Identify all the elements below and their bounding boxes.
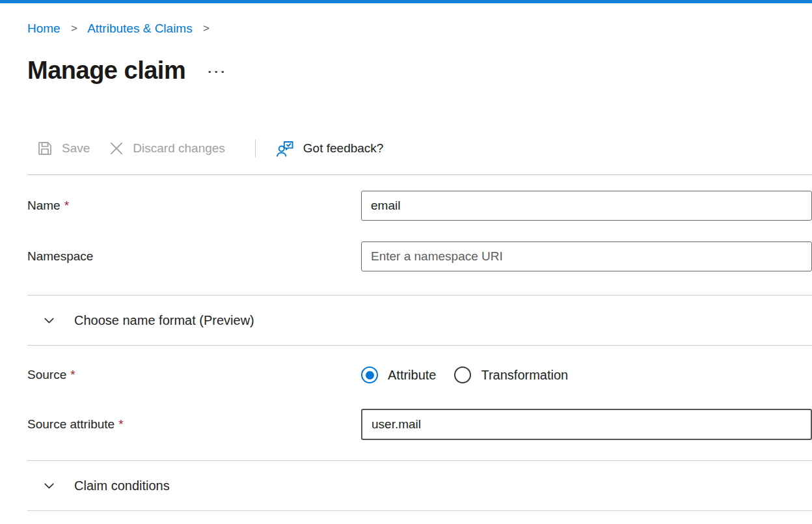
claim-conditions-label: Claim conditions: [74, 478, 170, 493]
namespace-input[interactable]: [361, 241, 812, 271]
source-radio-group: Attribute Transformation: [361, 366, 568, 383]
got-feedback-button[interactable]: Got feedback?: [275, 139, 384, 159]
discard-changes-label: Discard changes: [133, 141, 225, 156]
breadcrumb-link-attributes-claims[interactable]: Attributes & Claims: [87, 21, 193, 35]
breadcrumb-separator: >: [71, 22, 77, 34]
radio-option-attribute[interactable]: Attribute: [361, 366, 436, 383]
source-attribute-field-row: Source attribute*: [27, 409, 812, 440]
radio-button-transformation[interactable]: [454, 366, 471, 383]
required-marker: *: [70, 368, 75, 381]
section-divider: [27, 345, 812, 346]
namespace-label-text: Namespace: [27, 249, 93, 263]
source-attribute-label-text: Source attribute: [27, 417, 115, 431]
name-label-text: Name: [27, 199, 61, 212]
save-button[interactable]: Save: [36, 139, 90, 158]
chevron-down-icon: [42, 314, 56, 327]
breadcrumb: Home > Attributes & Claims >: [27, 20, 812, 38]
source-label: Source*: [27, 368, 361, 382]
source-attribute-input[interactable]: [361, 409, 812, 440]
discard-changes-button[interactable]: Discard changes: [108, 140, 225, 157]
source-field-row: Source* Attribute Transformation: [27, 365, 812, 385]
chevron-down-icon: [42, 479, 56, 493]
name-field-row: Name*: [27, 191, 812, 221]
required-marker: *: [64, 199, 69, 212]
radio-option-transformation[interactable]: Transformation: [454, 366, 568, 383]
breadcrumb-link-home[interactable]: Home: [27, 21, 61, 35]
name-input[interactable]: [361, 191, 812, 221]
breadcrumb-separator: >: [203, 22, 210, 34]
toolbar-bottom-divider: [27, 174, 812, 175]
radio-label-attribute[interactable]: Attribute: [388, 368, 436, 383]
namespace-label: Namespace: [27, 249, 361, 264]
namespace-field-row: Namespace: [27, 241, 812, 271]
name-label: Name*: [27, 199, 361, 213]
top-accent-bar: [0, 0, 812, 3]
section-divider: [27, 510, 812, 511]
save-icon: [36, 139, 54, 158]
source-label-text: Source: [27, 368, 66, 381]
save-button-label: Save: [62, 141, 90, 156]
claim-conditions-section-toggle[interactable]: Claim conditions: [27, 461, 812, 510]
dismiss-icon: [108, 140, 125, 157]
page-title: Manage claim: [27, 56, 185, 85]
page-header: Manage claim ···: [27, 56, 812, 85]
choose-name-format-section-toggle[interactable]: Choose name format (Preview): [27, 296, 812, 345]
more-icon[interactable]: ···: [208, 68, 227, 75]
radio-label-transformation[interactable]: Transformation: [481, 368, 568, 383]
source-attribute-label: Source attribute*: [27, 417, 361, 432]
choose-name-format-label: Choose name format (Preview): [74, 313, 254, 328]
feedback-icon: [275, 139, 295, 159]
radio-button-attribute[interactable]: [361, 366, 378, 383]
command-bar: Save Discard changes Got feedback?: [27, 133, 812, 164]
manage-claim-page: Home > Attributes & Claims > Manage clai…: [0, 20, 812, 511]
got-feedback-label: Got feedback?: [303, 141, 384, 156]
required-marker: *: [118, 417, 123, 431]
toolbar-divider: [255, 139, 256, 158]
